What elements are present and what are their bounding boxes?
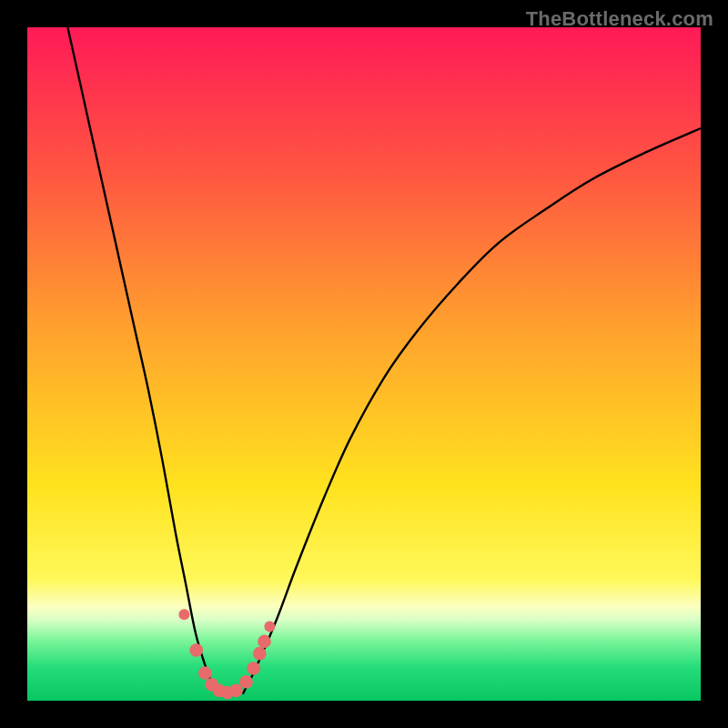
marker-dot <box>198 666 212 680</box>
marker-dot <box>258 635 271 649</box>
marker-dot <box>264 622 275 632</box>
marker-dot <box>247 662 260 675</box>
marker-dot <box>239 675 253 689</box>
chart-plot-area <box>27 27 701 701</box>
marker-dot <box>189 643 203 657</box>
chart-background <box>27 27 701 701</box>
marker-dot <box>253 647 267 661</box>
marker-dot <box>178 609 189 620</box>
marker-dot <box>229 684 243 698</box>
chart-svg <box>27 27 701 701</box>
chart-frame: TheBottleneck.com <box>0 0 728 728</box>
